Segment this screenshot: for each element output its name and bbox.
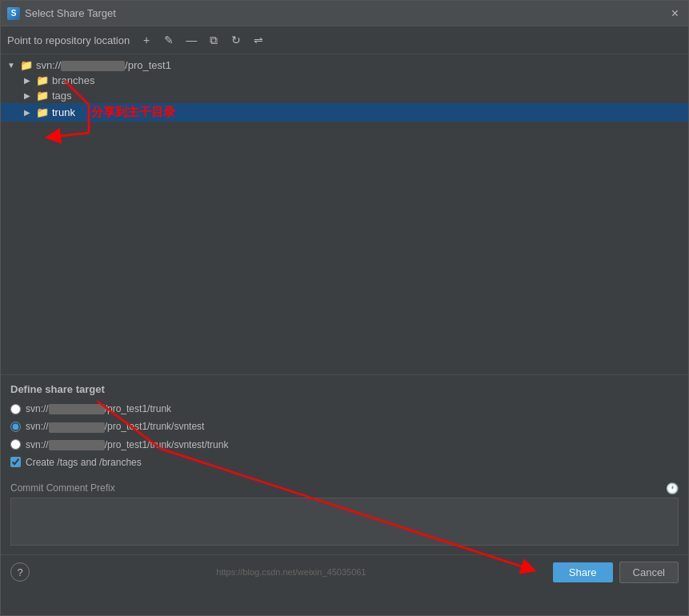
footer-left: ? — [10, 562, 30, 582]
radio-option-2[interactable]: svn:///pro_test1/trunk/svntest — [10, 419, 679, 434]
opt3-suffix: /pro_test1/trunk/svntest/trunk — [105, 439, 229, 450]
app-icon: S — [7, 7, 20, 20]
checkbox-row: Create /tags and /branches — [10, 457, 679, 468]
radio-option-1[interactable]: svn:///pro_test1/trunk — [10, 402, 679, 416]
radio-opt3-label: svn:///pro_test1/trunk/svntest/trunk — [26, 439, 228, 450]
root-folder-icon: 📁 — [20, 59, 33, 71]
radio-opt1[interactable] — [10, 404, 21, 414]
copy-button[interactable]: ⧉ — [205, 31, 222, 49]
close-button[interactable]: × — [668, 6, 682, 22]
toolbar: Point to repository location + ✎ — ⧉ ↻ ⇌ — [1, 26, 688, 54]
opt1-suffix: /pro_test1/trunk — [105, 403, 171, 414]
tree-item-branches[interactable]: ▶ 📁 branches — [1, 73, 688, 88]
branches-label: branches — [52, 74, 94, 86]
root-label: svn:///pro_test1 — [36, 59, 171, 71]
clock-icon[interactable]: 🕐 — [666, 482, 679, 494]
expand-arrow-root: ▼ — [6, 61, 17, 70]
opt2-prefix: svn:// — [26, 421, 49, 432]
create-tags-label: Create /tags and /branches — [26, 457, 142, 468]
tags-folder-icon: 📁 — [36, 90, 49, 102]
help-button[interactable]: ? — [10, 562, 30, 582]
refresh-button[interactable]: ↻ — [227, 31, 245, 49]
branches-folder-icon: 📁 — [36, 74, 49, 86]
add-button[interactable]: + — [138, 31, 155, 49]
tree-root[interactable]: ▼ 📁 svn:///pro_test1 — [1, 58, 688, 73]
opt2-suffix: /pro_test1/trunk/svntest — [105, 421, 205, 432]
define-section: Define share target svn:///pro_test1/tru… — [1, 374, 688, 476]
trunk-label: trunk — [52, 106, 75, 118]
share-button[interactable]: Share — [553, 562, 613, 582]
radio-option-3[interactable]: svn:///pro_test1/trunk/svntest/trunk — [10, 438, 679, 452]
remove-button[interactable]: — — [182, 31, 200, 49]
tags-label: tags — [52, 90, 72, 102]
create-tags-checkbox[interactable] — [10, 457, 21, 467]
expand-arrow-tags: ▶ — [22, 91, 33, 100]
trunk-folder-icon: 📁 — [36, 106, 49, 118]
title-bar-left: S Select Share Target — [7, 7, 116, 20]
settings-button[interactable]: ⇌ — [250, 31, 267, 49]
expand-arrow-branches: ▶ — [22, 76, 33, 85]
watermark: https://blog.csdn.net/weixin_45035061 — [216, 567, 366, 577]
tree-item-tags[interactable]: ▶ 📁 tags — [1, 88, 688, 103]
root-suffix: /pro_test1 — [125, 59, 171, 71]
commit-label: Commit Comment Prefix — [10, 482, 115, 494]
repository-tree: ▼ 📁 svn:///pro_test1 ▶ 📁 branches ▶ 📁 ta… — [1, 54, 688, 374]
root-masked — [61, 61, 125, 71]
opt1-masked — [49, 404, 105, 414]
dialog-title: Select Share Target — [25, 7, 116, 19]
define-section-title: Define share target — [10, 383, 679, 395]
opt1-prefix: svn:// — [26, 403, 49, 414]
radio-opt2[interactable] — [10, 422, 21, 432]
radio-opt2-label: svn:///pro_test1/trunk/svntest — [26, 421, 204, 432]
opt3-masked — [49, 440, 105, 450]
commit-section: Commit Comment Prefix 🕐 — [1, 476, 688, 554]
radio-opt1-label: svn:///pro_test1/trunk — [26, 403, 171, 414]
opt3-prefix: svn:// — [26, 439, 49, 450]
dialog: S Select Share Target × Point to reposit… — [0, 0, 689, 616]
annotation-chinese: 分享到主干目录 — [91, 105, 175, 120]
edit-button[interactable]: ✎ — [160, 31, 178, 49]
footer: ? https://blog.csdn.net/weixin_45035061 … — [1, 554, 688, 590]
commit-textarea[interactable] — [10, 498, 679, 546]
tree-item-trunk[interactable]: ▶ 📁 trunk 分享到主干目录 — [1, 103, 688, 122]
commit-label-row: Commit Comment Prefix 🕐 — [10, 482, 679, 494]
cancel-button[interactable]: Cancel — [619, 562, 679, 583]
root-prefix: svn:// — [36, 59, 61, 71]
expand-arrow-trunk: ▶ — [22, 108, 33, 117]
radio-opt3[interactable] — [10, 439, 21, 450]
title-bar: S Select Share Target × — [1, 1, 688, 26]
opt2-masked — [49, 422, 105, 433]
footer-right: Share Cancel — [553, 562, 679, 583]
toolbar-label: Point to repository location — [7, 34, 130, 46]
